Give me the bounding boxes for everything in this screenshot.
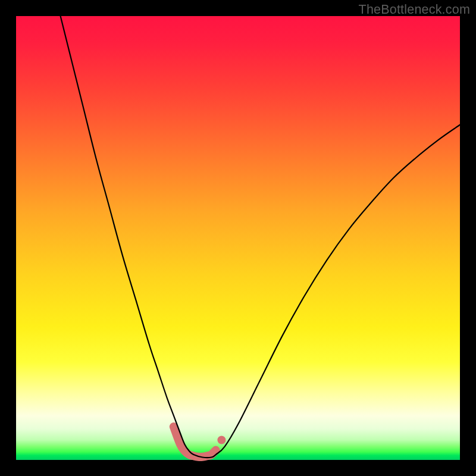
marker-layer [217, 436, 226, 444]
highlight-dot-right [217, 436, 226, 444]
chart-svg [16, 16, 460, 460]
bottleneck-curve-path [61, 16, 460, 458]
plot-area [16, 16, 460, 460]
chart-frame: TheBottleneck.com [0, 0, 476, 476]
watermark-label: TheBottleneck.com [359, 2, 470, 17]
bottleneck-curve [61, 16, 460, 458]
